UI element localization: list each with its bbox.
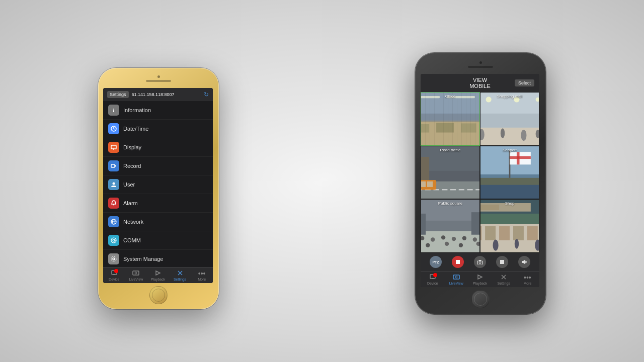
camera-cell-mall[interactable]: Shopping mall (480, 92, 539, 146)
svg-rect-59 (480, 177, 539, 185)
snapshot-button[interactable] (474, 256, 486, 268)
rv-playback-tab-label: Playback (473, 282, 487, 285)
rv-tab-playback[interactable]: Playback (468, 272, 492, 287)
device-tab-label: Device (109, 278, 119, 281)
tab-liveview[interactable]: LiveView (125, 267, 147, 283)
tab-playback[interactable]: Playback (147, 267, 169, 283)
menu-item-record[interactable]: Record (103, 157, 213, 175)
menu-item-alarm[interactable]: Alarm (103, 194, 213, 213)
menu-item-user[interactable]: User (103, 175, 213, 194)
settings-tab-bar: Device LiveView (103, 267, 213, 283)
menu-item-datetime[interactable]: Date/Time (103, 120, 213, 138)
record-icon (108, 160, 119, 171)
record-dot (456, 260, 460, 264)
rv-tab-more[interactable]: ••• More (516, 272, 539, 287)
svg-rect-89 (527, 226, 538, 240)
camera-grid: Office (421, 92, 539, 253)
comm-label: COMM (123, 237, 141, 243)
mall-label: Shopping mall (480, 94, 539, 99)
svg-rect-23 (133, 271, 139, 275)
svg-rect-88 (513, 226, 524, 240)
camera-cell-traffic[interactable]: Road traffic (421, 146, 480, 200)
svg-rect-1 (113, 110, 114, 112)
menu-item-network[interactable]: Network (103, 213, 213, 231)
svg-point-40 (501, 128, 505, 138)
menu-item-information[interactable]: Information (103, 101, 213, 120)
liveview-tab-bar: Device LiveView (421, 271, 539, 287)
system-icon (108, 253, 119, 264)
svg-point-16 (113, 239, 115, 241)
user-label: User (123, 182, 135, 188)
svg-point-0 (113, 109, 114, 110)
stop-button[interactable] (496, 256, 508, 268)
settings-tab-label: Settings (174, 278, 186, 281)
settings-tag: Settings (107, 91, 129, 98)
svg-rect-96 (500, 260, 504, 264)
svg-rect-31 (436, 123, 454, 133)
svg-point-19 (113, 258, 115, 260)
rv-settings-tab-label: Settings (498, 282, 510, 285)
svg-rect-55 (427, 181, 433, 187)
menu-item-comm[interactable]: COMM (103, 231, 213, 250)
stop-icon (500, 259, 505, 264)
alarm-label: Alarm (123, 200, 138, 206)
device-badge (114, 269, 118, 273)
menu-item-display[interactable]: Display (103, 138, 213, 157)
svg-line-4 (114, 129, 115, 129)
home-button-ring-left (152, 289, 165, 302)
tab-settings[interactable]: Settings (169, 267, 191, 283)
menu-item-system[interactable]: System Manage (103, 250, 213, 267)
more-tab-icon: ••• (198, 270, 206, 277)
rv-tab-settings[interactable]: Settings (492, 272, 516, 287)
phones-area: Settings 61.141.158.118:8007 ↻ Informati… (0, 0, 644, 362)
traffic-label: Road traffic (421, 148, 479, 152)
home-button-right[interactable] (471, 290, 490, 308)
rv-tab-device[interactable]: Device (421, 272, 444, 287)
select-button[interactable]: Select (515, 79, 534, 86)
liveview-header: VIEW MOBILE Select (421, 74, 539, 92)
tab-more[interactable]: ••• More (191, 267, 213, 283)
settings-menu-list: Information Date/Time (103, 101, 213, 267)
camera-cell-shop[interactable]: Shop (480, 199, 539, 253)
rv-tab-liveview[interactable]: LiveView (444, 272, 468, 287)
home-button-left[interactable] (149, 286, 168, 304)
liveview-tab-icon (132, 270, 139, 277)
rv-more-tab-icon: ••• (524, 274, 531, 281)
svg-rect-62 (510, 156, 531, 159)
home-button-ring-right (474, 293, 487, 306)
camera-cell-office[interactable]: Office (421, 92, 480, 146)
ptz-button[interactable]: PTZ (430, 256, 442, 268)
svg-rect-32 (461, 123, 476, 132)
camera-cell-seaport[interactable]: Seaport (480, 146, 539, 200)
datetime-label: Date/Time (123, 126, 148, 132)
svg-rect-8 (111, 164, 115, 167)
svg-rect-78 (421, 214, 426, 235)
volume-button[interactable] (518, 256, 530, 268)
system-label: System Manage (123, 256, 163, 262)
svg-rect-29 (421, 121, 479, 145)
svg-rect-79 (471, 212, 479, 235)
svg-point-101 (455, 276, 457, 278)
svg-point-69 (441, 235, 445, 239)
seaport-label: Seaport (480, 148, 539, 152)
rv-settings-tab-icon (500, 274, 507, 281)
svg-rect-37 (480, 128, 539, 145)
camera-cell-square[interactable]: Public square (421, 199, 480, 253)
record-button[interactable] (452, 256, 464, 268)
rv-playback-tab-icon (476, 274, 484, 281)
datetime-icon (108, 123, 119, 134)
svg-rect-85 (480, 226, 481, 240)
svg-point-41 (521, 130, 526, 141)
tab-device[interactable]: Device (103, 267, 125, 283)
svg-rect-35 (421, 114, 479, 122)
right-phone-frame: VIEW MOBILE Select Office (415, 53, 546, 314)
right-phone-screen: VIEW MOBILE Select Office (421, 74, 539, 287)
svg-rect-95 (479, 260, 481, 261)
svg-point-68 (431, 238, 435, 242)
left-phone-screen: Settings 61.141.158.118:8007 ↻ Informati… (103, 88, 213, 283)
user-icon (108, 179, 119, 190)
liveview-tab-label: LiveView (129, 278, 143, 281)
refresh-icon[interactable]: ↻ (204, 91, 209, 98)
front-camera-left (157, 75, 160, 78)
camera-icon (477, 259, 483, 264)
